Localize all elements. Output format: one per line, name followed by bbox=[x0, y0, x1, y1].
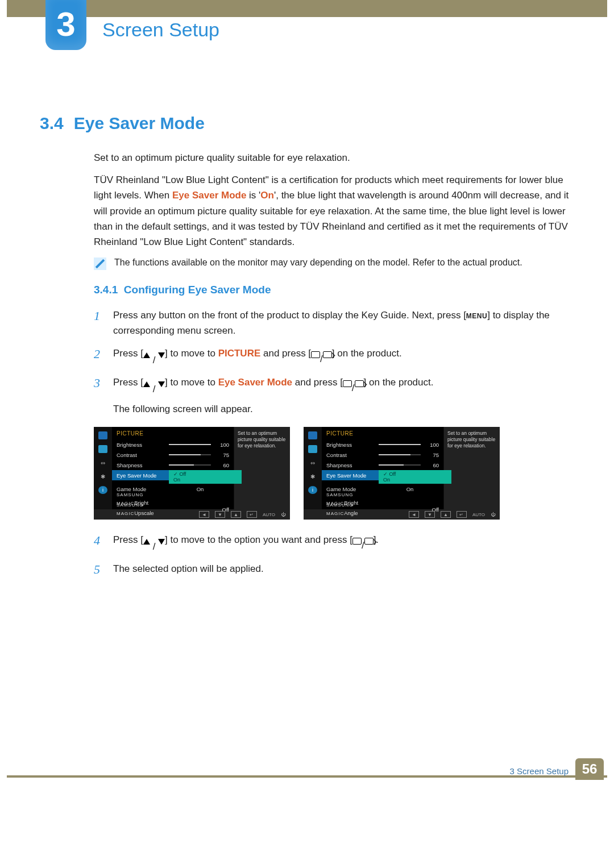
arrows-icon: ⇔ bbox=[98, 459, 107, 467]
enter-icon: ↵ bbox=[247, 511, 257, 518]
up-icon: ▲ bbox=[231, 511, 241, 518]
info-icon: i bbox=[308, 486, 317, 494]
up-down-icon: / bbox=[143, 352, 165, 368]
text: and press [ bbox=[292, 377, 343, 388]
down-icon: ▼ bbox=[425, 511, 435, 518]
chapter-header: 3 Screen Setup bbox=[0, 0, 614, 45]
osd-tooltip: Set to an optimum picture quality suitab… bbox=[234, 427, 290, 509]
step-2: Press [ / ] to move to PICTURE and press… bbox=[94, 346, 574, 368]
text: Press any button on the front of the pro… bbox=[113, 310, 466, 321]
text: The following screen will appear. bbox=[113, 401, 574, 417]
text: and press [ bbox=[260, 348, 311, 359]
text: SAMSUNG bbox=[117, 492, 143, 497]
text: Angle bbox=[344, 510, 358, 516]
step-5: The selected option will be applied. bbox=[94, 561, 574, 576]
text: ] to move to the option you want and pre… bbox=[165, 534, 352, 545]
up-down-icon: / bbox=[143, 381, 165, 397]
osd-sidebar: ⇔ ✱ i bbox=[304, 427, 322, 509]
step-1: Press any button on the front of the pro… bbox=[94, 308, 574, 338]
auto-label: AUTO bbox=[472, 512, 485, 517]
text: SAMSUNG bbox=[326, 492, 353, 497]
section-heading: 3.4Eye Saver Mode bbox=[40, 114, 574, 133]
osd-row-brightness: Brightness100 bbox=[112, 439, 234, 450]
monitor-icon bbox=[98, 431, 107, 439]
arrows-icon: ⇔ bbox=[308, 459, 317, 467]
value: On bbox=[396, 486, 424, 492]
osd-sidebar: ⇔ ✱ i bbox=[94, 427, 112, 509]
osd-row-brightness: Brightness100 bbox=[322, 439, 443, 450]
label: Brightness bbox=[117, 442, 169, 448]
osd-dropdown: Off On bbox=[379, 470, 451, 484]
section-number: 3.4 bbox=[40, 114, 64, 132]
page-footer: 3 Screen Setup 56 bbox=[0, 775, 614, 804]
text: SAMSUNG bbox=[117, 502, 143, 508]
text: Upscale bbox=[134, 510, 154, 516]
left-icon: ◄ bbox=[199, 511, 209, 518]
label: Sharpness bbox=[117, 462, 169, 468]
gear-icon: ✱ bbox=[308, 472, 317, 480]
text: Press [ bbox=[113, 534, 143, 545]
page-number: 56 bbox=[575, 758, 604, 780]
label: Contrast bbox=[117, 452, 169, 458]
intro-paragraph-1: Set to an optimum picture quality suitab… bbox=[40, 150, 574, 165]
text: ] on the product. bbox=[332, 348, 402, 359]
dropdown-option-off: Off bbox=[173, 471, 237, 477]
list-icon bbox=[98, 445, 107, 453]
osd-menu-1: ⇔ ✱ i PICTURE Brightness100 Contrast75 S… bbox=[94, 427, 290, 520]
value: 75 bbox=[424, 452, 439, 458]
osd-screenshots-row: ⇔ ✱ i PICTURE Brightness100 Contrast75 S… bbox=[40, 427, 574, 520]
left-icon: ◄ bbox=[409, 511, 419, 518]
osd-row-sharpness: Sharpness60 bbox=[112, 460, 234, 470]
osd-row-contrast: Contrast75 bbox=[322, 450, 443, 460]
up-down-icon: / bbox=[143, 539, 165, 554]
osd-title: PICTURE bbox=[322, 430, 443, 439]
label: Eye Saver Mode bbox=[326, 472, 379, 479]
label: Sharpness bbox=[326, 462, 379, 468]
dropdown-option-on: On bbox=[173, 477, 237, 483]
enter-icon: / bbox=[352, 538, 374, 553]
text: MAGIC bbox=[117, 511, 134, 516]
value: 100 bbox=[424, 442, 439, 448]
osd-dropdown: Off On bbox=[169, 470, 242, 484]
text: SAMSUNG bbox=[326, 502, 353, 508]
power-icon: ⏻ bbox=[281, 512, 285, 517]
menu-button-label: MENU bbox=[466, 312, 487, 320]
text: Press [ bbox=[113, 348, 143, 359]
text: ] to move to bbox=[165, 348, 218, 359]
info-icon: i bbox=[98, 486, 107, 494]
subsection-number: 3.4.1 bbox=[94, 284, 118, 296]
value: 75 bbox=[214, 452, 229, 458]
down-icon: ▼ bbox=[215, 511, 225, 518]
enter-icon: / bbox=[343, 380, 364, 396]
osd-menu-2: ⇔ ✱ i PICTURE Brightness100 Contrast75 S… bbox=[304, 427, 500, 520]
label: Contrast bbox=[326, 452, 379, 458]
highlight-text: PICTURE bbox=[218, 348, 261, 359]
up-icon: ▲ bbox=[441, 511, 451, 518]
label: Brightness bbox=[326, 442, 379, 448]
osd-tooltip: Set to an optimum picture quality suitab… bbox=[443, 427, 500, 509]
step-3: Press [ / ] to move to Eye Saver Mode an… bbox=[94, 375, 574, 417]
footer-chapter-text: 3 Screen Setup bbox=[510, 766, 569, 776]
label: Eye Saver Mode bbox=[117, 472, 169, 479]
chapter-number-badge: 3 bbox=[45, 0, 86, 50]
note-icon bbox=[94, 258, 106, 270]
subsection-title: Configuring Eye Saver Mode bbox=[124, 284, 271, 296]
highlight-text: On bbox=[260, 190, 274, 201]
section-title: Eye Saver Mode bbox=[74, 114, 205, 132]
value: 60 bbox=[214, 462, 229, 468]
text: MAGIC bbox=[326, 511, 344, 516]
gear-icon: ✱ bbox=[98, 472, 107, 480]
text: is ' bbox=[246, 190, 260, 201]
osd-row-contrast: Contrast75 bbox=[112, 450, 234, 460]
label: Game Mode bbox=[117, 486, 169, 492]
note-text: The functions available on the monitor m… bbox=[114, 258, 522, 268]
step-4: Press [ / ] to move to the option you wa… bbox=[94, 532, 574, 554]
value: 60 bbox=[424, 462, 439, 468]
list-icon bbox=[308, 445, 317, 453]
osd-row-sharpness: Sharpness60 bbox=[322, 460, 443, 470]
monitor-icon bbox=[308, 431, 317, 439]
value: 100 bbox=[214, 442, 229, 448]
text: Press [ bbox=[113, 377, 143, 388]
subsection-heading: 3.4.1 Configuring Eye Saver Mode bbox=[94, 284, 574, 296]
dropdown-option-off: Off bbox=[383, 471, 447, 477]
